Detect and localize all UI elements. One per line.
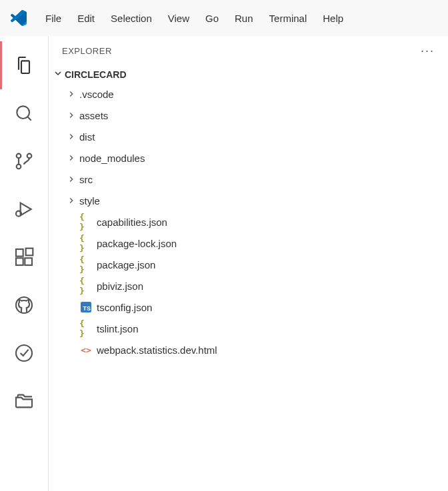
file-name: tsconfig.json (97, 302, 152, 313)
folder-row[interactable]: style (58, 190, 448, 211)
svg-point-0 (17, 106, 29, 119)
svg-point-2 (17, 165, 21, 169)
svg-rect-7 (25, 258, 32, 265)
titlebar: File Edit Selection View Go Run Terminal… (0, 0, 448, 36)
folder-row[interactable]: dist (58, 126, 448, 147)
file-row[interactable]: { }package-lock.json (58, 233, 448, 254)
activity-folder[interactable] (0, 377, 48, 425)
folder-row[interactable]: node_modules (58, 147, 448, 169)
menu-file[interactable]: File (37, 9, 69, 28)
file-name: package.json (97, 259, 155, 270)
file-name: webpack.statistics.dev.html (97, 344, 217, 356)
explorer-sidebar: EXPLORER ··· CIRCLECARD .vscodeassetsdis… (48, 36, 448, 491)
folder-stack-icon (13, 390, 35, 412)
ts-file-icon: TS (79, 302, 93, 312)
folder-name: dist (79, 131, 95, 143)
explorer-header: EXPLORER ··· (49, 36, 448, 65)
chevron-right-icon (66, 175, 77, 184)
svg-point-1 (17, 154, 21, 159)
svg-rect-6 (16, 258, 23, 265)
file-row[interactable]: { }package.json (58, 254, 448, 275)
file-tree: .vscodeassetsdistnode_modulessrcstyle{ }… (49, 83, 448, 360)
activity-extensions[interactable] (0, 233, 48, 281)
chevron-right-icon (66, 196, 77, 205)
svg-point-3 (27, 154, 32, 159)
activity-run-debug[interactable] (0, 185, 48, 233)
menu-terminal[interactable]: Terminal (261, 9, 315, 28)
chevron-right-icon (66, 89, 77, 99)
menu-run[interactable]: Run (227, 9, 261, 28)
menu-bar: File Edit Selection View Go Run Terminal… (37, 9, 351, 28)
activity-todo[interactable] (0, 329, 48, 377)
folder-name: node_modules (79, 153, 145, 164)
file-name: pbiviz.json (97, 280, 143, 292)
folder-name: style (79, 195, 100, 207)
menu-go[interactable]: Go (197, 9, 227, 28)
search-icon (13, 103, 35, 124)
folder-name: assets (79, 110, 108, 121)
file-name: package-lock.json (97, 238, 177, 249)
folder-row[interactable]: assets (58, 105, 448, 126)
file-row[interactable]: { }tslint.json (58, 318, 448, 339)
chevron-down-icon (53, 68, 65, 81)
github-icon (13, 294, 35, 316)
main-layout: EXPLORER ··· CIRCLECARD .vscodeassetsdis… (0, 36, 448, 491)
check-circle-icon (13, 342, 35, 364)
file-name: tslint.json (97, 323, 139, 334)
svg-point-10 (16, 345, 32, 361)
chevron-right-icon (66, 132, 77, 141)
activity-explorer[interactable] (0, 41, 48, 89)
extensions-icon (13, 246, 35, 268)
chevron-right-icon (66, 111, 77, 120)
file-row[interactable]: { }capabilities.json (58, 211, 448, 233)
folder-name: src (79, 174, 93, 185)
workspace-name: CIRCLECARD (65, 69, 127, 80)
json-file-icon: { } (79, 276, 93, 296)
html-file-icon: <> (79, 345, 93, 355)
file-row[interactable]: TStsconfig.json (58, 296, 448, 318)
activity-source-control[interactable] (0, 137, 48, 185)
git-branch-icon (13, 151, 35, 172)
svg-rect-5 (16, 249, 23, 256)
menu-view[interactable]: View (160, 9, 197, 28)
file-name: capabilities.json (97, 217, 167, 228)
folder-name: .vscode (79, 89, 114, 100)
explorer-more-actions[interactable]: ··· (415, 44, 440, 58)
json-file-icon: { } (79, 233, 93, 253)
svg-rect-8 (26, 248, 33, 256)
menu-edit[interactable]: Edit (69, 9, 103, 28)
files-icon (13, 55, 35, 76)
play-bug-icon (13, 199, 35, 220)
vscode-logo-icon (11, 10, 27, 26)
menu-help[interactable]: Help (315, 9, 351, 28)
activity-github[interactable] (0, 281, 48, 329)
file-row[interactable]: <>webpack.statistics.dev.html (58, 339, 448, 360)
explorer-title: EXPLORER (62, 46, 415, 56)
chevron-right-icon (66, 153, 77, 163)
file-row[interactable]: { }pbiviz.json (58, 275, 448, 296)
folder-row[interactable]: src (58, 169, 448, 190)
activity-bar (0, 36, 48, 491)
workspace-header[interactable]: CIRCLECARD (49, 65, 448, 83)
json-file-icon: { } (79, 254, 93, 274)
json-file-icon: { } (79, 212, 93, 232)
json-file-icon: { } (79, 318, 93, 338)
folder-row[interactable]: .vscode (58, 83, 448, 105)
activity-search[interactable] (0, 89, 48, 137)
menu-selection[interactable]: Selection (103, 9, 160, 28)
